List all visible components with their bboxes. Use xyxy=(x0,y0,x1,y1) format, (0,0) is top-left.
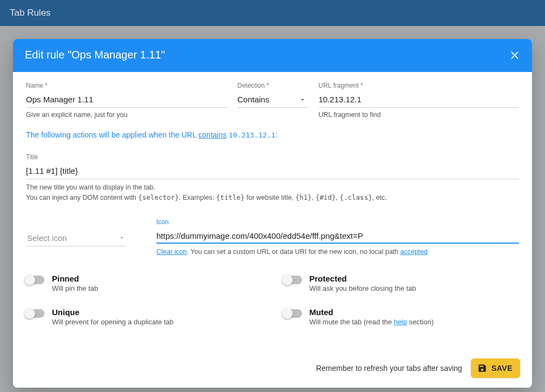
icon-hint-mid: . You can set a custom URL or data URI f… xyxy=(187,248,400,256)
icon-select[interactable]: Select icon xyxy=(26,230,126,246)
unique-toggle-row: Unique Will prevent for opening a duplic… xyxy=(26,308,262,326)
muted-toggle[interactable] xyxy=(284,309,302,318)
icon-url-input[interactable] xyxy=(156,228,519,244)
toggles-grid: Pinned Will pin the tab Protected Will a… xyxy=(26,274,519,326)
protected-title: Protected xyxy=(310,274,416,283)
chevron-down-icon xyxy=(299,96,306,103)
edit-rule-dialog: Edit rule "Ops Manager 1.11" Name * Give… xyxy=(13,39,532,388)
title-hint-line2: You can inject any DOM content with {sel… xyxy=(26,193,519,203)
title-hint: The new title you want to display in the… xyxy=(26,182,519,203)
dialog-header: Edit rule "Ops Manager 1.11" xyxy=(13,39,532,72)
icon-select-placeholder: Select icon xyxy=(27,233,67,243)
detection-field: Detection * Contains xyxy=(238,82,308,119)
pinned-toggle-row: Pinned Will pin the tab xyxy=(26,274,262,292)
save-button-label: SAVE xyxy=(491,364,513,373)
muted-title: Muted xyxy=(310,308,434,317)
muted-sub: Will mute the tab (read the help section… xyxy=(310,318,434,326)
protected-sub: Will ask you before closing the tab xyxy=(310,284,416,292)
title-input[interactable] xyxy=(26,163,519,179)
url-fragment-field: URL fragment * URL fragment to find xyxy=(319,82,520,119)
save-button[interactable]: SAVE xyxy=(471,358,520,378)
intro-prefix: The following actions will be applied wh… xyxy=(26,130,199,139)
name-label: Name * xyxy=(26,82,227,89)
unique-title: Unique xyxy=(52,308,174,317)
intro-verb: contains xyxy=(199,130,227,139)
primary-fields-row: Name * Give an explicit name, just for y… xyxy=(26,82,519,119)
detection-value: Contains xyxy=(238,95,270,104)
footer-note: Remember to refresh your tabs after savi… xyxy=(316,364,462,373)
dialog-title: Edit rule "Ops Manager 1.11" xyxy=(25,49,165,61)
title-field: Title The new title you want to display … xyxy=(26,153,519,203)
detection-label: Detection * xyxy=(238,82,308,89)
icon-hint: Clear icon. You can set a custom URL or … xyxy=(156,248,519,256)
unique-sub: Will prevent for opening a duplicate tab xyxy=(52,318,174,326)
save-icon xyxy=(477,363,487,373)
close-icon[interactable] xyxy=(509,50,520,61)
title-label: Title xyxy=(26,153,519,161)
name-field: Name * Give an explicit name, just for y… xyxy=(26,82,227,119)
app-title: Tab Rules xyxy=(10,8,51,18)
dialog-footer: Remember to refresh your tabs after savi… xyxy=(13,351,532,388)
intro-suffix: : xyxy=(275,130,278,139)
icon-url-label: Icon xyxy=(156,218,519,226)
chevron-down-icon xyxy=(119,234,125,241)
dialog-body: Name * Give an explicit name, just for y… xyxy=(13,72,532,351)
name-input[interactable] xyxy=(26,92,227,108)
actions-intro: The following actions will be applied wh… xyxy=(26,130,519,139)
url-fragment-hint: URL fragment to find xyxy=(319,111,520,119)
unique-toggle[interactable] xyxy=(26,309,44,318)
protected-toggle[interactable] xyxy=(284,276,302,284)
muted-help-link[interactable]: help xyxy=(394,318,408,326)
name-hint: Give an explicit name, just for you xyxy=(26,111,227,119)
pinned-toggle[interactable] xyxy=(26,276,44,284)
muted-toggle-row: Muted Will mute the tab (read the help s… xyxy=(284,308,520,326)
detection-select[interactable]: Contains xyxy=(238,92,308,108)
accepted-link[interactable]: accepted xyxy=(400,248,428,256)
pinned-sub: Will pin the tab xyxy=(52,284,98,292)
icon-url-field: Icon Clear icon. You can set a custom UR… xyxy=(156,218,519,256)
url-fragment-label: URL fragment * xyxy=(319,82,520,89)
url-fragment-input[interactable] xyxy=(319,92,520,108)
protected-toggle-row: Protected Will ask you before closing th… xyxy=(284,274,520,292)
clear-icon-link[interactable]: Clear icon xyxy=(156,248,187,256)
icon-row: Select icon Icon Clear icon. You can set… xyxy=(26,218,519,256)
title-hint-line1: The new title you want to display in the… xyxy=(26,182,519,193)
pinned-title: Pinned xyxy=(52,274,98,283)
intro-target: 10.213.12.1 xyxy=(229,131,275,139)
app-header: Tab Rules xyxy=(0,0,545,26)
